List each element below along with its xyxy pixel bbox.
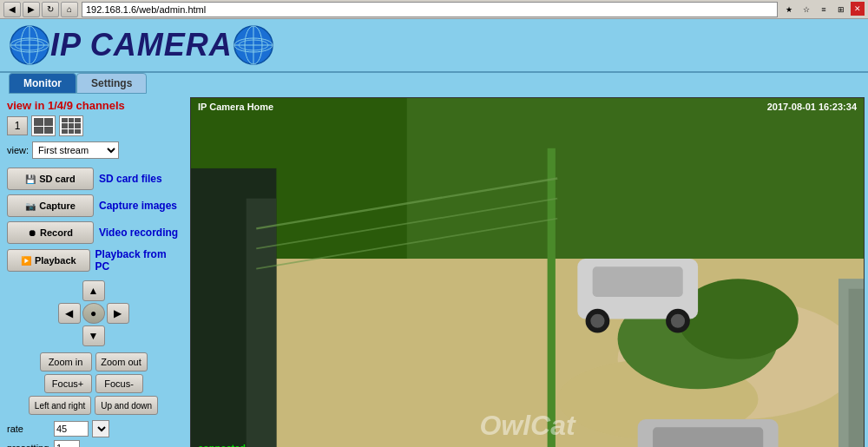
rate-spinner[interactable]: ▲ ▼ xyxy=(92,420,109,437)
app-container: IP CAMERA Monitor Settings view in 1/4/9… xyxy=(0,19,868,447)
grid-cell xyxy=(44,118,54,126)
rate-label: rate xyxy=(7,424,50,434)
left-right-button[interactable]: Left and right xyxy=(29,396,91,415)
grid-cell xyxy=(34,127,43,135)
tab-settings[interactable]: Settings xyxy=(76,73,147,94)
view-label: view: xyxy=(7,145,29,155)
camera-timestamp: 2017-08-01 16:23:34 xyxy=(767,102,857,112)
ptz-section: ▲ ◀ ● ▶ ▼ xyxy=(7,279,180,347)
zoom-row: Zoom in Zoom out xyxy=(7,352,180,371)
sd-card-button[interactable]: 💾 SD card xyxy=(7,168,94,190)
zoom-in-button[interactable]: Zoom in xyxy=(40,352,92,371)
ptz-center-button[interactable]: ● xyxy=(82,303,105,324)
tabs-bar: Monitor Settings xyxy=(0,73,868,94)
close-icon[interactable]: ✕ xyxy=(851,2,865,16)
svg-rect-33 xyxy=(653,427,763,447)
app-header: IP CAMERA xyxy=(0,19,868,73)
playback-row: ▶️ Playback Playback from PC xyxy=(7,248,180,273)
grid-cell xyxy=(69,123,75,128)
presetting-row: presetting xyxy=(7,440,180,447)
view-row: view: First stream Second stream xyxy=(7,141,180,159)
nav-buttons[interactable]: ◀ ▶ ↻ ⌂ xyxy=(3,2,78,17)
playback-label: Playback from PC xyxy=(95,248,180,273)
record-icon: ⏺ xyxy=(28,228,36,238)
capture-button[interactable]: 📷 Capture xyxy=(7,194,94,217)
ptz-right-button[interactable]: ▶ xyxy=(107,303,129,324)
playback-icon: ▶️ xyxy=(21,256,31,266)
content-area: view in 1/4/9 channels 1 xyxy=(0,94,868,447)
globe-icon-right xyxy=(233,24,274,66)
view-channels-label: view in 1/4/9 channels xyxy=(7,99,180,112)
bookmark-icon[interactable]: ★ xyxy=(781,2,797,17)
grid-cell xyxy=(75,118,81,122)
browser-actions: ★ ☆ ≡ ⊞ ✕ xyxy=(781,2,865,17)
grid-cell xyxy=(44,127,54,135)
grid-cell xyxy=(75,123,81,128)
camera-overlay-text: IP Camera Home xyxy=(198,102,273,112)
zoom-out-button[interactable]: Zoom out xyxy=(95,352,148,371)
stream-select[interactable]: First stream Second stream xyxy=(32,141,119,159)
svg-rect-39 xyxy=(849,289,864,447)
ptz-up-button[interactable]: ▲ xyxy=(82,280,105,301)
record-label: Video recording xyxy=(99,227,178,239)
grid-cell xyxy=(69,129,75,134)
grid-cell xyxy=(62,129,68,134)
address-bar[interactable]: 192.168.1.6/web/admin.html xyxy=(82,2,778,17)
record-button[interactable]: ⏺ Record xyxy=(7,221,94,244)
move-row: Left and right Up and down xyxy=(7,396,180,415)
grid-2x2-icon[interactable] xyxy=(31,115,56,136)
rate-row: rate ▲ ▼ xyxy=(7,420,180,437)
sd-icon: 💾 xyxy=(25,174,36,184)
sidebar: view in 1/4/9 channels 1 xyxy=(0,94,187,447)
svg-point-29 xyxy=(590,314,604,328)
up-down-button[interactable]: Up and down xyxy=(95,396,158,415)
grid-cell xyxy=(62,123,68,128)
grid-cell xyxy=(75,129,81,134)
svg-rect-21 xyxy=(247,199,277,447)
camera-watermark: OwlCat xyxy=(479,410,575,442)
home-button[interactable]: ⌂ xyxy=(61,2,78,17)
forward-button[interactable]: ▶ xyxy=(23,2,40,17)
grid-cell xyxy=(69,118,75,122)
video-area: IP Camera Home 2017-08-01 16:23:34 OwlCa… xyxy=(187,94,868,447)
capture-row: 📷 Capture Capture images xyxy=(7,194,180,217)
ptz-down-button[interactable]: ▼ xyxy=(82,325,105,346)
ptz-middle-row: ◀ ● ▶ xyxy=(58,303,129,324)
menu-icon[interactable]: ≡ xyxy=(816,2,832,17)
reload-button[interactable]: ↻ xyxy=(42,2,59,17)
playback-button[interactable]: ▶️ Playback xyxy=(7,249,90,272)
extensions-icon[interactable]: ⊞ xyxy=(833,2,849,17)
capture-label: Capture images xyxy=(99,200,177,212)
focus-minus-button[interactable]: Focus- xyxy=(95,374,143,393)
sd-card-label: SD card files xyxy=(99,173,162,185)
browser-chrome: ◀ ▶ ↻ ⌂ 192.168.1.6/web/admin.html ★ ☆ ≡… xyxy=(0,0,868,19)
camera-feed xyxy=(191,98,864,447)
ptz-left-button[interactable]: ◀ xyxy=(58,303,81,324)
tab-monitor[interactable]: Monitor xyxy=(9,73,76,94)
connected-status: connected xyxy=(198,443,246,447)
globe-icon-left xyxy=(9,24,50,66)
ptz-up-row: ▲ xyxy=(82,280,105,301)
svg-rect-27 xyxy=(593,266,683,297)
back-button[interactable]: ◀ xyxy=(3,2,21,17)
capture-icon: 📷 xyxy=(25,201,36,211)
channel-selector: 1 xyxy=(7,115,180,136)
record-row: ⏺ Record Video recording xyxy=(7,221,180,244)
grid-3x3-icon[interactable] xyxy=(59,115,83,136)
channel-number-button[interactable]: 1 xyxy=(7,116,28,135)
ptz-down-row: ▼ xyxy=(82,325,105,346)
svg-rect-22 xyxy=(548,148,556,447)
focus-plus-button[interactable]: Focus+ xyxy=(44,374,92,393)
rate-input[interactable] xyxy=(54,421,89,437)
sd-card-row: 💾 SD card SD card files xyxy=(7,168,180,190)
video-wrapper: IP Camera Home 2017-08-01 16:23:34 OwlCa… xyxy=(190,97,865,447)
presetting-input[interactable] xyxy=(54,440,80,447)
focus-row: Focus+ Focus- xyxy=(7,374,180,393)
app-title: IP CAMERA xyxy=(50,27,233,63)
grid-cell xyxy=(62,118,68,122)
svg-point-31 xyxy=(671,314,685,328)
grid-cell xyxy=(34,118,43,126)
presetting-label: presetting xyxy=(7,443,50,447)
star-icon[interactable]: ☆ xyxy=(799,2,814,17)
